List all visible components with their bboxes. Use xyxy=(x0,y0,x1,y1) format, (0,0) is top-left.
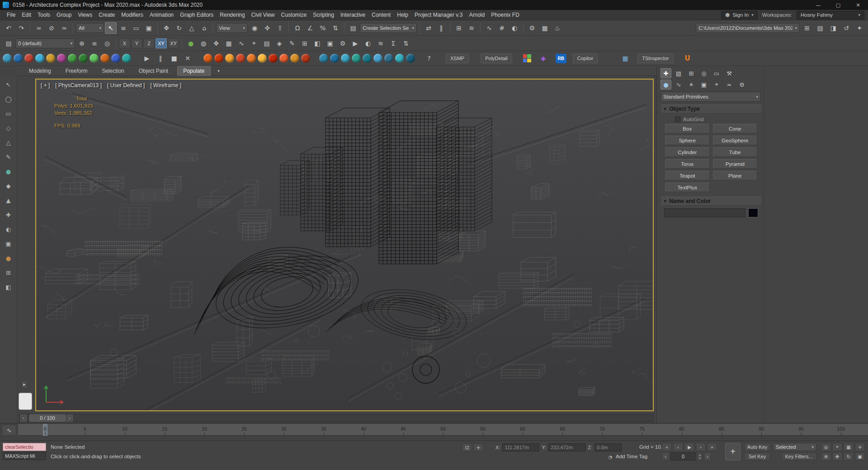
toolbar2-icon-7[interactable]: ▤ xyxy=(261,38,273,49)
toolbar2-icon-10[interactable]: ⊞ xyxy=(299,38,311,49)
fluid-icon-3[interactable] xyxy=(341,54,350,63)
ribbon-tab-modeling[interactable]: Modeling xyxy=(24,66,57,76)
menu-interactive[interactable]: Interactive xyxy=(337,10,368,19)
object-color-swatch[interactable] xyxy=(748,208,758,217)
left-icon-12[interactable]: ▣ xyxy=(3,239,14,249)
polydetail-button[interactable]: PolyDetail xyxy=(481,54,512,63)
help-icon[interactable]: ? xyxy=(423,52,435,64)
fluid-icon-1[interactable] xyxy=(319,54,328,63)
toolbar2-icon-6[interactable]: ⌖ xyxy=(248,38,260,49)
align-icon[interactable]: ∥ xyxy=(435,22,447,34)
helpers-category-icon[interactable]: ⌖ xyxy=(711,80,722,89)
snap-toggle-icon[interactable]: Ω xyxy=(292,22,303,34)
create-new-layer-icon[interactable]: ⊕ xyxy=(76,38,88,49)
create-key-button[interactable]: + xyxy=(725,443,741,461)
plugin-icon-10[interactable] xyxy=(100,54,109,63)
viewport-shading-menu[interactable]: [ Wireframe ] xyxy=(150,82,181,89)
fluid-icon-9[interactable] xyxy=(406,54,415,63)
left-icon-10[interactable]: ✚ xyxy=(3,210,14,220)
previous-key-button[interactable]: ‹ xyxy=(673,443,683,451)
schematic-view-icon[interactable]: # xyxy=(496,22,508,34)
workspace-icon-1[interactable]: ⊞ xyxy=(801,22,813,34)
time-slider-left-arrow[interactable]: ‹ xyxy=(20,414,27,422)
name-color-rollout-header[interactable]: ▼ Name and Color xyxy=(660,197,762,206)
plugin-icon-7[interactable] xyxy=(68,54,77,63)
restrict-plane-button[interactable]: XY xyxy=(168,38,179,48)
u-plugin-icon[interactable]: U xyxy=(682,52,693,64)
frame-spinner[interactable]: ▴▾ xyxy=(697,452,703,461)
systems-category-icon[interactable]: ⚙ xyxy=(736,80,747,89)
play-plugin-icon[interactable]: ▶ xyxy=(141,52,153,64)
menu-animation[interactable]: Animation xyxy=(146,10,177,19)
toolbar2-icon-12[interactable]: ▣ xyxy=(324,38,336,49)
sim-icon-4[interactable] xyxy=(236,54,245,63)
plugin-icon-12[interactable] xyxy=(122,54,131,63)
toolbar2-icon-16[interactable]: ≋ xyxy=(375,38,387,49)
go-to-start-button[interactable]: « xyxy=(662,443,672,451)
left-icon-1[interactable]: ↖ xyxy=(3,80,14,89)
spinner-up-icon[interactable]: ▴ xyxy=(699,453,700,456)
isolate-toggle-icon[interactable]: ◎ xyxy=(101,38,113,49)
menu-modifiers[interactable]: Modifiers xyxy=(118,10,146,19)
left-icon-4[interactable]: ◇ xyxy=(3,123,14,133)
object-button-tube[interactable]: Tube xyxy=(713,147,758,157)
select-scale-icon[interactable]: △ xyxy=(186,22,198,34)
menu-project-manager-v-3[interactable]: Project Manager v.3 xyxy=(411,10,466,19)
bind-to-spacewarp-icon[interactable]: ≈ xyxy=(58,22,70,34)
menu-rendering[interactable]: Rendering xyxy=(217,10,248,19)
object-button-cone[interactable]: Cone xyxy=(713,124,758,133)
sign-in-button[interactable]: ☻ Sign In ▾ xyxy=(721,11,758,19)
go-to-end-button[interactable]: » xyxy=(707,443,717,451)
edit-named-selections-icon[interactable]: ▤ xyxy=(347,22,359,34)
menu-civil-view[interactable]: Civil View xyxy=(248,10,278,19)
left-icon-9[interactable]: ▲ xyxy=(3,195,14,205)
shapes-category-icon[interactable]: ∿ xyxy=(673,80,684,89)
orbit-icon[interactable]: ↻ xyxy=(844,452,854,461)
menu-edit[interactable]: Edit xyxy=(19,10,34,19)
plugin-icon-11[interactable] xyxy=(111,54,120,63)
render-setup-icon[interactable]: ⚙ xyxy=(526,22,538,34)
stop-plugin-icon[interactable]: ■ xyxy=(168,52,180,64)
curve-editor-icon[interactable]: ∿ xyxy=(483,22,495,34)
plugin-icon-6[interactable] xyxy=(57,54,66,63)
select-object-icon[interactable]: ↖ xyxy=(105,22,117,34)
plugin-icon-1[interactable] xyxy=(3,54,12,63)
sim-icon-7[interactable] xyxy=(269,54,278,63)
object-button-textplus[interactable]: TextPlus xyxy=(665,183,710,192)
maxscript-listener-field[interactable]: MAXScript Mi xyxy=(3,452,46,460)
viewport-pov-menu[interactable]: [ PhysCamera013 ] xyxy=(55,82,102,89)
viewport[interactable]: [ + ] [ PhysCamera013 ] [ User Defined ]… xyxy=(35,79,654,411)
rendered-frame-icon[interactable]: ▦ xyxy=(539,22,551,34)
sim-icon-5[interactable] xyxy=(247,54,256,63)
selection-lock-toggle[interactable]: ⊡ xyxy=(462,443,472,451)
left-icon-14[interactable]: ⊞ xyxy=(3,268,14,277)
left-icon-8[interactable]: ◆ xyxy=(3,181,14,191)
ribbon-tab-freeform[interactable]: Freeform xyxy=(60,66,93,76)
use-pivot-center-icon[interactable]: ◉ xyxy=(249,22,260,34)
object-type-rollout-header[interactable]: ▼ Object Type xyxy=(660,104,762,113)
object-button-cylinder[interactable]: Cylinder xyxy=(665,147,710,157)
image-plugin-icon[interactable]: ▦ xyxy=(619,52,631,64)
toolbar2-icon-18[interactable]: ⇅ xyxy=(400,38,412,49)
absolute-offset-toggle[interactable]: ✛ xyxy=(473,443,483,451)
sim-icon-8[interactable] xyxy=(279,54,288,63)
ribbon-config-icon[interactable]: ▾ xyxy=(214,67,223,75)
render-production-icon[interactable]: ♨ xyxy=(552,22,563,34)
previous-frame-mini-button[interactable]: ‹ xyxy=(662,452,669,461)
object-button-box[interactable]: Box xyxy=(665,124,710,133)
plugin-icon-3[interactable] xyxy=(24,54,33,63)
restrict-z-button[interactable]: Z xyxy=(143,38,155,48)
fluid-icon-6[interactable] xyxy=(373,54,382,63)
rb-plugin-logo[interactable]: RB xyxy=(556,54,566,63)
utilities-tab-icon[interactable]: ⚒ xyxy=(724,68,735,78)
menu-file[interactable]: File xyxy=(4,10,19,19)
select-place-icon[interactable]: ⌂ xyxy=(198,22,210,34)
workspace-icon-2[interactable]: ▤ xyxy=(814,22,826,34)
toolbar2-icon-14[interactable]: ▶ xyxy=(349,38,361,49)
ruler-band[interactable]: 0510152025303540455055606570758085909510… xyxy=(18,424,868,436)
toolbar2-icon-8[interactable]: ◈ xyxy=(274,38,285,49)
motion-tab-icon[interactable]: ◎ xyxy=(698,68,709,78)
purple-plugin-icon[interactable]: ◆ xyxy=(538,52,549,64)
toolbar2-icon-3[interactable]: ✥ xyxy=(210,38,222,49)
sim-icon-1[interactable] xyxy=(203,54,212,63)
